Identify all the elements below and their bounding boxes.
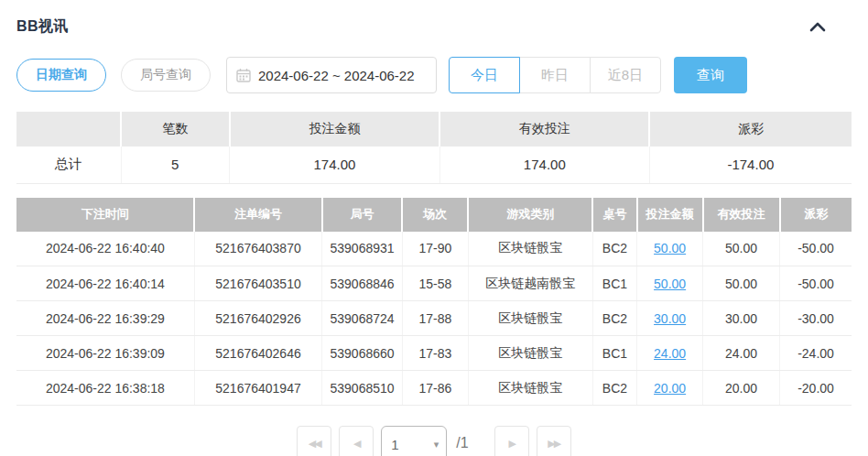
cell-session: 17-88	[402, 301, 468, 336]
cell-order-id: 521676403870	[194, 232, 322, 266]
cell-table-no: BC2	[592, 301, 636, 336]
header-round-id: 局号	[322, 198, 403, 232]
filter-today[interactable]: 今日	[449, 57, 520, 93]
page-select[interactable]: 1 ▾	[381, 426, 447, 456]
cell-valid-bet: 20.00	[703, 371, 780, 406]
cell-bet-time: 2024-06-22 16:40:40	[16, 232, 194, 266]
summary-total-row: 总计 5 174.00 174.00 -174.00	[16, 147, 852, 183]
summary-header-valid-bet: 有效投注	[439, 112, 649, 147]
cell-table-no: BC1	[592, 336, 636, 371]
bet-amount-link[interactable]: 24.00	[654, 346, 686, 361]
cell-valid-bet: 24.00	[703, 336, 780, 371]
cell-table-no: BC1	[592, 266, 636, 301]
cell-bet-time: 2024-06-22 16:39:09	[16, 336, 194, 371]
bets-header-row: 下注时间 注单编号 局号 场次 游戏类别 桌号 投注金额 有效投注 派彩	[16, 198, 852, 232]
filter-last-8-days[interactable]: 近8日	[590, 57, 661, 93]
cell-game-type: 区块链骰宝	[468, 232, 592, 266]
cell-bet-amount: 30.00	[637, 301, 703, 336]
cell-order-id: 521676403510	[194, 266, 322, 301]
date-range-input[interactable]: 2024-06-22 ~ 2024-06-22	[226, 57, 437, 93]
calendar-icon	[236, 68, 251, 82]
summary-total-valid-bet: 174.00	[439, 147, 649, 183]
cell-bet-time: 2024-06-22 16:38:18	[16, 371, 194, 406]
header-table-no: 桌号	[592, 198, 636, 232]
header-bet-time: 下注时间	[16, 198, 194, 232]
cell-round-id: 539068724	[322, 301, 403, 336]
bets-table: 下注时间 注单编号 局号 场次 游戏类别 桌号 投注金额 有效投注 派彩 202…	[16, 198, 852, 407]
header-bet-amount: 投注金额	[637, 198, 703, 232]
summary-header-payout: 派彩	[649, 112, 852, 147]
panel-header: BB视讯	[16, 0, 852, 37]
query-toolbar: 日期查询 局号查询 2024-06-22 ~ 2024-06-22 今日	[16, 57, 852, 93]
summary-header-bet-amount: 投注金额	[230, 112, 440, 147]
cell-bet-time: 2024-06-22 16:39:29	[16, 301, 194, 336]
bet-amount-link[interactable]: 20.00	[654, 381, 686, 396]
cell-table-no: BC2	[592, 232, 636, 266]
pagination: ◀◀ ◀ 1 ▾ /1 ▶ ▶▶	[16, 426, 852, 456]
cell-round-id: 539068846	[322, 266, 403, 301]
cell-payout: -50.00	[780, 266, 852, 301]
cell-game-type: 区块链骰宝	[468, 336, 592, 371]
header-payout: 派彩	[780, 198, 852, 232]
cell-bet-amount: 50.00	[637, 232, 703, 266]
date-query-tab[interactable]: 日期查询	[16, 59, 106, 92]
table-row: 2024-06-22 16:39:09 521676402646 5390686…	[16, 336, 852, 371]
summary-total-label: 总计	[16, 147, 121, 183]
summary-table: 笔数 投注金额 有效投注 派彩 总计 5 174.00 174.00 -174.…	[16, 112, 852, 184]
cell-round-id: 539068660	[322, 336, 403, 371]
chevron-down-icon: ▾	[434, 439, 439, 451]
cell-session: 17-86	[402, 371, 468, 406]
header-order-id: 注单编号	[194, 198, 322, 232]
cell-payout: -20.00	[780, 371, 852, 406]
quick-filter-group: 今日 昨日 近8日	[449, 57, 661, 93]
first-page-button[interactable]: ◀◀	[297, 426, 331, 456]
cell-valid-bet: 30.00	[703, 301, 780, 336]
summary-header-blank	[16, 112, 121, 147]
bet-amount-link[interactable]: 50.00	[654, 241, 686, 255]
cell-bet-time: 2024-06-22 16:40:14	[16, 266, 194, 301]
summary-header-row: 笔数 投注金额 有效投注 派彩	[16, 112, 852, 147]
cell-session: 17-90	[402, 232, 468, 266]
cell-session: 17-83	[402, 336, 468, 371]
page-title: BB视讯	[16, 17, 69, 37]
round-query-tab[interactable]: 局号查询	[121, 59, 211, 92]
cell-game-type: 区块链骰宝	[468, 371, 592, 406]
cell-order-id: 521676402926	[194, 301, 322, 336]
collapse-button[interactable]	[806, 16, 830, 37]
cell-payout: -50.00	[780, 232, 852, 266]
cell-payout: -24.00	[780, 336, 852, 371]
search-button[interactable]: 查询	[674, 57, 747, 93]
cell-valid-bet: 50.00	[703, 232, 780, 266]
table-row: 2024-06-22 16:39:29 521676402926 5390687…	[16, 301, 852, 336]
prev-page-button[interactable]: ◀	[339, 426, 374, 456]
filter-yesterday[interactable]: 昨日	[519, 57, 591, 93]
bet-amount-link[interactable]: 50.00	[654, 277, 686, 291]
double-arrow-left-icon: ◀◀	[309, 438, 320, 450]
summary-header-count: 笔数	[121, 112, 230, 147]
cell-game-type: 区块链骰宝	[468, 301, 592, 336]
cell-order-id: 521676402646	[194, 336, 322, 371]
cell-valid-bet: 50.00	[703, 266, 780, 301]
cell-round-id: 539068510	[322, 371, 403, 406]
cell-bet-amount: 20.00	[637, 371, 703, 406]
cell-order-id: 521676401947	[194, 371, 322, 406]
chevron-up-icon	[809, 22, 826, 32]
next-page-button[interactable]: ▶	[494, 426, 529, 456]
cell-session: 15-58	[402, 266, 468, 301]
summary-total-bet-amount: 174.00	[230, 147, 440, 183]
date-range-value: 2024-06-22 ~ 2024-06-22	[258, 68, 415, 83]
cell-round-id: 539068931	[322, 232, 403, 266]
bet-amount-link[interactable]: 30.00	[654, 311, 686, 326]
table-row: 2024-06-22 16:40:40 521676403870 5390689…	[16, 232, 852, 266]
cell-bet-amount: 50.00	[637, 266, 703, 301]
page-total: /1	[456, 426, 468, 456]
cell-payout: -30.00	[780, 301, 852, 336]
arrow-right-icon: ▶	[508, 438, 514, 450]
summary-total-payout: -174.00	[649, 147, 852, 183]
header-valid-bet: 有效投注	[703, 198, 780, 232]
double-arrow-right-icon: ▶▶	[548, 438, 559, 450]
header-game-type: 游戏类别	[468, 198, 592, 232]
last-page-button[interactable]: ▶▶	[537, 426, 571, 456]
bb-video-panel: BB视讯 日期查询 局号查询	[0, 0, 868, 456]
arrow-left-icon: ◀	[353, 438, 359, 450]
